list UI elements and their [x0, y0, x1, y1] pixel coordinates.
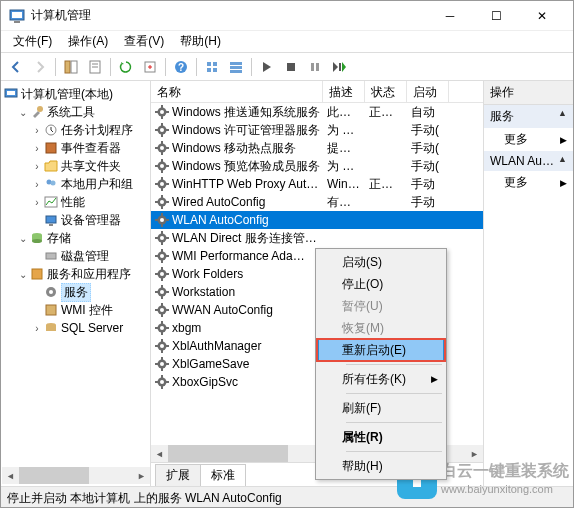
refresh-button[interactable] — [115, 56, 137, 78]
context-all-tasks[interactable]: 所有任务(K) ▶ — [318, 368, 444, 390]
menu-view[interactable]: 查看(V) — [116, 31, 172, 52]
help-button[interactable]: ? — [170, 56, 192, 78]
svg-point-59 — [160, 146, 164, 150]
svg-rect-4 — [71, 61, 77, 73]
tree-scrollbar[interactable]: ◄ ► — [2, 467, 150, 484]
context-help[interactable]: 帮助(H) — [318, 455, 444, 477]
service-name: Windows 移动热点服务 — [172, 140, 296, 157]
minimize-button[interactable]: ─ — [427, 1, 473, 31]
svg-rect-136 — [166, 381, 169, 383]
expand-icon[interactable]: › — [31, 161, 43, 172]
expand-icon[interactable]: › — [31, 323, 43, 334]
submenu-arrow-icon: ▶ — [560, 178, 567, 188]
forward-button[interactable] — [29, 56, 51, 78]
export-button[interactable] — [139, 56, 161, 78]
expand-icon[interactable]: › — [31, 143, 43, 154]
tree-wmi[interactable]: WMI 控件 — [3, 301, 148, 319]
gear-icon — [155, 177, 169, 191]
collapse-arrow-icon: ▲ — [558, 108, 567, 125]
service-startup: 自动 — [407, 104, 449, 121]
menu-help[interactable]: 帮助(H) — [172, 31, 229, 52]
context-refresh[interactable]: 刷新(F) — [318, 397, 444, 419]
properties-button[interactable] — [84, 56, 106, 78]
expand-icon[interactable]: › — [31, 197, 43, 208]
tree-disk-management[interactable]: 磁盘管理 — [3, 247, 148, 265]
menu-file[interactable]: 文件(F) — [5, 31, 60, 52]
pause-button[interactable] — [304, 56, 326, 78]
service-row[interactable]: WLAN AutoConfig — [151, 211, 483, 229]
users-icon — [43, 176, 59, 192]
context-start[interactable]: 启动(S) — [318, 251, 444, 273]
collapse-icon[interactable]: ⌄ — [17, 233, 29, 244]
svg-rect-93 — [155, 255, 158, 257]
tree-device-manager[interactable]: 设备管理器 — [3, 211, 148, 229]
expand-icon[interactable]: › — [31, 179, 43, 190]
service-row[interactable]: Windows 推送通知系统服务此服…正在…自动 — [151, 103, 483, 121]
tree-local-users[interactable]: › 本地用户和组 — [3, 175, 148, 193]
context-resume[interactable]: 恢复(M) — [318, 317, 444, 339]
tree-services-apps[interactable]: ⌄ 服务和应用程序 — [3, 265, 148, 283]
service-row[interactable]: Windows 预览体验成员服务为 W…手动( — [151, 157, 483, 175]
column-desc[interactable]: 描述 — [323, 81, 365, 102]
tree-shared-folders[interactable]: › 共享文件夹 — [3, 157, 148, 175]
svg-point-24 — [37, 106, 43, 112]
column-startup[interactable]: 启动 — [407, 81, 449, 102]
action-section-wlan[interactable]: WLAN Au… ▲ — [484, 151, 573, 171]
service-row[interactable]: Wired AutoConfig有线…手动 — [151, 193, 483, 211]
column-name[interactable]: 名称 — [151, 81, 323, 102]
service-name: Windows 推送通知系统服务 — [172, 104, 320, 121]
submenu-arrow-icon: ▶ — [560, 135, 567, 145]
tree-sql-server[interactable]: › SQL Server — [3, 319, 148, 337]
tree-system-tools[interactable]: ⌄ 系统工具 — [3, 103, 148, 121]
action-section-services[interactable]: 服务 ▲ — [484, 105, 573, 128]
service-row[interactable]: WLAN Direct 服务连接管… — [151, 229, 483, 247]
close-button[interactable]: ✕ — [519, 1, 565, 31]
action-more-2[interactable]: 更多 ▶ — [484, 171, 573, 194]
tree-performance[interactable]: › 性能 — [3, 193, 148, 211]
service-row[interactable]: Windows 移动热点服务提供…手动( — [151, 139, 483, 157]
action-more-1[interactable]: 更多 ▶ — [484, 128, 573, 151]
svg-point-28 — [51, 181, 56, 186]
stop-button[interactable] — [280, 56, 302, 78]
tree-task-scheduler[interactable]: › 任务计划程序 — [3, 121, 148, 139]
svg-rect-14 — [213, 68, 217, 72]
performance-icon — [43, 194, 59, 210]
service-name: XboxGipSvc — [172, 375, 238, 389]
tree-storage[interactable]: ⌄ 存储 — [3, 229, 148, 247]
svg-rect-115 — [161, 321, 163, 324]
service-status: 正在… — [365, 104, 407, 121]
svg-rect-111 — [155, 309, 158, 311]
service-row[interactable]: Windows 许可证管理器服务为 M…手动( — [151, 121, 483, 139]
tab-standard[interactable]: 标准 — [200, 464, 246, 486]
submenu-arrow-icon: ▶ — [431, 374, 438, 384]
tree-event-viewer[interactable]: › 事件查看器 — [3, 139, 148, 157]
context-restart[interactable]: 重新启动(E) — [318, 339, 444, 361]
context-pause[interactable]: 暂停(U) — [318, 295, 444, 317]
grid-button-2[interactable] — [225, 56, 247, 78]
svg-rect-43 — [161, 105, 163, 108]
services-apps-icon — [29, 266, 45, 282]
column-status[interactable]: 状态 — [365, 81, 407, 102]
tree-root[interactable]: 计算机管理(本地) — [3, 85, 148, 103]
collapse-icon[interactable]: ⌄ — [17, 107, 29, 118]
svg-rect-110 — [161, 314, 163, 317]
collapse-icon[interactable]: ⌄ — [17, 269, 29, 280]
play-button[interactable] — [256, 56, 278, 78]
restart-button[interactable] — [328, 56, 350, 78]
menu-action[interactable]: 操作(A) — [60, 31, 116, 52]
service-row[interactable]: WinHTTP Web Proxy Aut…Win…正在…手动 — [151, 175, 483, 193]
grid-button-1[interactable] — [201, 56, 223, 78]
context-properties[interactable]: 属性(R) — [318, 426, 444, 448]
menu-separator — [346, 393, 442, 394]
maximize-button[interactable]: ☐ — [473, 1, 519, 31]
svg-rect-51 — [155, 129, 158, 131]
svg-rect-80 — [161, 224, 163, 227]
tab-extended[interactable]: 扩展 — [155, 464, 201, 486]
show-hide-tree-button[interactable] — [60, 56, 82, 78]
service-name: WMI Performance Ada… — [172, 249, 305, 263]
expand-icon[interactable]: › — [31, 125, 43, 136]
tree-services[interactable]: 服务 — [3, 283, 148, 301]
back-button[interactable] — [5, 56, 27, 78]
tree-pane[interactable]: 计算机管理(本地) ⌄ 系统工具 › 任务计划程序 › 事件查看器 › 共享文件… — [1, 81, 151, 486]
context-stop[interactable]: 停止(O) — [318, 273, 444, 295]
